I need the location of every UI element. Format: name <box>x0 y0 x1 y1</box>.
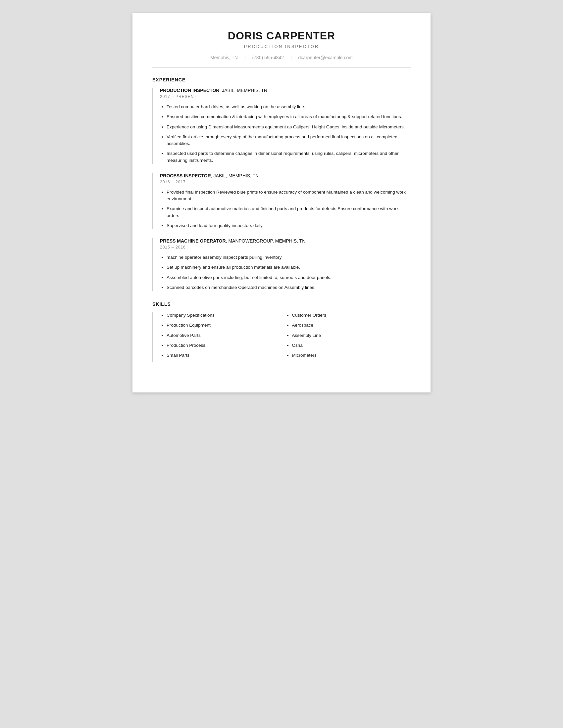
job-title-bold-3: PRESS MACHINE OPERATOR <box>160 238 226 244</box>
contact-city: Memphis, TN <box>210 55 238 60</box>
skills-right-column: Customer Orders Aerospace Assembly Line … <box>286 312 411 362</box>
job-title-1: PRODUCTION INSPECTOR, JABIL, MEMPHIS, TN <box>160 88 411 93</box>
job-block-1: PRODUCTION INSPECTOR, JABIL, MEMPHIS, TN… <box>152 88 411 164</box>
list-item: Automotive Parts <box>166 332 286 339</box>
list-item: Experience on using Dimensional Measurem… <box>166 124 411 130</box>
job-title-3: PRESS MACHINE OPERATOR, MANPOWERGROUP, M… <box>160 238 411 244</box>
contact-phone: (780) 555-4842 <box>252 55 284 60</box>
list-item: Small Parts <box>166 352 286 359</box>
list-item: machine operator assembly inspect parts … <box>166 254 411 261</box>
list-item: Aerospace <box>292 322 411 329</box>
list-item: Assembled automotive parts including, bu… <box>166 274 411 281</box>
resume-page: DORIS CARPENTER PRODUCTION INSPECTOR Mem… <box>132 13 431 392</box>
list-item: Production Equipment <box>166 322 286 329</box>
candidate-title: PRODUCTION INSPECTOR <box>152 44 411 49</box>
list-item: Provided final inspection Reviewed blue … <box>166 189 411 203</box>
list-item: Verified first article through every ste… <box>166 134 411 147</box>
skills-block: Company Specifications Production Equipm… <box>152 312 411 362</box>
separator-2: | <box>291 55 292 60</box>
list-item: Inspected used parts to determine change… <box>166 150 411 164</box>
list-item: Tested computer hard-drives, as well as … <box>166 104 411 110</box>
header-divider <box>152 68 411 68</box>
job-bullets-1: Tested computer hard-drives, as well as … <box>160 104 411 164</box>
list-item: Osha <box>292 342 411 349</box>
skills-left-column: Company Specifications Production Equipm… <box>160 312 286 362</box>
job-title-normal-1: , JABIL, MEMPHIS, TN <box>219 88 267 93</box>
list-item: Production Process <box>166 342 286 349</box>
job-title-normal-2: , JABIL, MEMPHIS, TN <box>211 173 258 178</box>
list-item: Set up machinery and ensure all producti… <box>166 264 411 271</box>
candidate-name: DORIS CARPENTER <box>152 30 411 42</box>
job-title-normal-3: , MANPOWERGROUP, MEMPHIS, TN <box>226 238 306 244</box>
list-item: Ensured positive communication & interfa… <box>166 114 411 120</box>
list-item: Examine and inspect automotive materials… <box>166 205 411 219</box>
resume-header: DORIS CARPENTER PRODUCTION INSPECTOR Mem… <box>152 30 411 60</box>
job-block-2: PROCESS INSPECTOR, JABIL, MEMPHIS, TN 20… <box>152 173 411 229</box>
job-title-bold-1: PRODUCTION INSPECTOR <box>160 88 219 93</box>
skills-section: SKILLS Company Specifications Production… <box>152 301 411 362</box>
separator-1: | <box>244 55 246 60</box>
skills-grid: Company Specifications Production Equipm… <box>160 312 411 362</box>
contact-info: Memphis, TN | (780) 555-4842 | dcarpente… <box>152 55 411 60</box>
list-item: Supervised and lead four quality inspect… <box>166 222 411 229</box>
list-item: Scanned barcodes on merchandise Operated… <box>166 284 411 291</box>
list-item: Company Specifications <box>166 312 286 319</box>
job-bullets-2: Provided final inspection Reviewed blue … <box>160 189 411 229</box>
list-item: Assembly Line <box>292 332 411 339</box>
experience-section-title: EXPERIENCE <box>152 77 411 82</box>
list-item: Customer Orders <box>292 312 411 319</box>
skills-section-title: SKILLS <box>152 301 411 307</box>
job-dates-2: 2016 – 2017 <box>160 180 411 184</box>
job-dates-1: 2017 – PRESENT <box>160 94 411 99</box>
job-bullets-3: machine operator assembly inspect parts … <box>160 254 411 291</box>
job-title-bold-2: PROCESS INSPECTOR <box>160 173 211 178</box>
job-dates-3: 2015 – 2016 <box>160 245 411 250</box>
job-block-3: PRESS MACHINE OPERATOR, MANPOWERGROUP, M… <box>152 238 411 291</box>
contact-email: dcarpenter@example.com <box>299 55 353 60</box>
list-item: Micrometers <box>292 352 411 359</box>
experience-section: EXPERIENCE PRODUCTION INSPECTOR, JABIL, … <box>152 77 411 291</box>
job-title-2: PROCESS INSPECTOR, JABIL, MEMPHIS, TN <box>160 173 411 178</box>
